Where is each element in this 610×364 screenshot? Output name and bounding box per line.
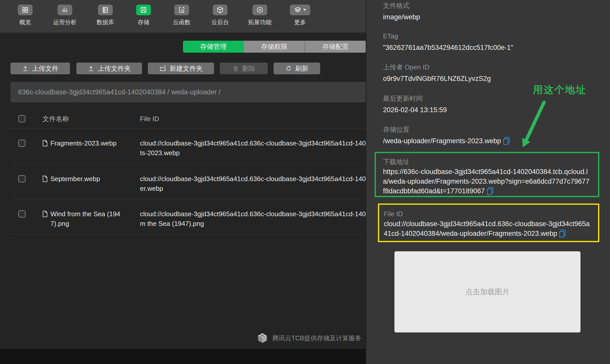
- footer-text: 腾讯云TCB提供存储及计算服务: [272, 334, 361, 342]
- upload-icon: [88, 65, 94, 72]
- row-checkbox[interactable]: [18, 210, 25, 217]
- nav-item-extensions[interactable]: 拓展功能: [242, 5, 278, 26]
- breadcrumb[interactable]: 636c-cloudbase-3gjd34ct965a41cd-14020403…: [10, 82, 366, 102]
- etag-section: ETag "36262761aa7b534294612dcc517fc00e-1…: [383, 31, 597, 53]
- refresh-icon: [285, 65, 292, 72]
- uploader-openid-section: 上传者 Open ID o9r9v7TdvlNGbR76LNZ6ZLyvzS2g: [383, 62, 597, 84]
- storage-location-section: 存储位置 /weda-uploader/Fragments-2023.webp: [383, 124, 597, 146]
- footer: 腾讯云TCB提供存储及计算服务: [257, 332, 361, 344]
- new-folder-label: 新建文件夹: [170, 64, 203, 73]
- upload-folder-button[interactable]: 上传文件夹: [76, 63, 142, 74]
- cube-icon: [213, 5, 228, 15]
- file-name: September.webp: [50, 174, 125, 184]
- file-name: Wind from the Sea (1947).png: [50, 209, 125, 228]
- load-image-text: 点击加载图片: [465, 287, 510, 297]
- image-preview-placeholder[interactable]: 点击加载图片: [394, 251, 580, 332]
- download-url-highlight-box: 下载地址 https://636c-cloudbase-3gjd34ct965a…: [375, 152, 599, 197]
- nav-label: 更多: [294, 18, 306, 26]
- tab-storage-config[interactable]: 存储配置: [305, 41, 366, 53]
- uploader-openid-label: 上传者 Open ID: [383, 62, 597, 72]
- storage-location-text: /weda-uploader/Fragments-2023.webp: [383, 137, 501, 145]
- column-header-name: 文件名称: [42, 109, 69, 128]
- copy-icon[interactable]: [503, 137, 510, 145]
- breadcrumb-path: 636c-cloudbase-3gjd34ct965a41cd-14020403…: [18, 88, 221, 96]
- nav-label: 概览: [19, 18, 31, 26]
- file-name-cell[interactable]: Fragments-2023.webp: [42, 138, 126, 148]
- delete-button[interactable]: 删除: [220, 63, 268, 74]
- table-row[interactable]: Fragments-2023.webp cloud://cloudbase-3g…: [10, 128, 366, 164]
- file-name-cell[interactable]: Wind from the Sea (1947).png: [42, 209, 126, 228]
- tab-storage-permissions[interactable]: 存储权限: [244, 41, 305, 53]
- file-id-value: cloud://cloudbase-3gjd34ct965a41cd.636c-…: [384, 219, 593, 238]
- storage-location-label: 存储位置: [383, 124, 597, 135]
- svg-text:fx: fx: [181, 8, 184, 12]
- row-checkbox[interactable]: [18, 140, 25, 147]
- extension-hexagon-plus-icon: [252, 5, 267, 15]
- file-format-label: 文件格式: [383, 1, 597, 11]
- overview-grid-icon: [18, 5, 33, 15]
- file-name: Fragments-2023.webp: [50, 138, 125, 148]
- upload-file-label: 上传文件: [32, 64, 59, 73]
- nav-label: 运营分析: [53, 18, 77, 26]
- bar-chart-icon: [58, 5, 72, 15]
- chevron-down-icon: [303, 9, 306, 11]
- nav-item-cloud-functions[interactable]: fx 云函数: [164, 5, 200, 26]
- bottom-strip: [0, 349, 366, 364]
- table-row[interactable]: September.webp cloud://cloudbase-3gjd34c…: [10, 164, 366, 199]
- nav-item-overview[interactable]: 概览: [7, 5, 43, 26]
- file-name-cell[interactable]: September.webp: [42, 174, 126, 184]
- nav-item-storage[interactable]: 存储: [126, 5, 161, 26]
- nav-item-database[interactable]: 数据库: [88, 5, 123, 26]
- nav-label: 数据库: [97, 18, 114, 26]
- new-folder-button[interactable]: 新建文件夹: [148, 63, 214, 74]
- select-all-checkbox[interactable]: [18, 115, 25, 122]
- copy-icon[interactable]: [559, 229, 566, 238]
- row-checkbox[interactable]: [18, 175, 25, 182]
- tab-storage-management[interactable]: 存储管理: [183, 41, 244, 53]
- copy-icon[interactable]: [486, 187, 494, 195]
- column-header-file-id: File ID: [140, 109, 159, 128]
- download-url-label: 下载地址: [383, 157, 591, 167]
- file-detail-panel: 文件格式 image/webp ETag "36262761aa7b534294…: [366, 0, 610, 364]
- annotation-arrow-icon: [512, 100, 555, 156]
- file-id-label: File ID: [384, 209, 593, 219]
- delete-label: 删除: [242, 64, 256, 73]
- download-url-value: https://636c-cloudbase-3gjd34ct965a41cd-…: [383, 167, 591, 196]
- etag-label: ETag: [383, 31, 597, 41]
- nav-item-analytics[interactable]: 运营分析: [47, 5, 83, 26]
- layers-icon: [290, 5, 310, 15]
- tcb-cube-logo: [257, 332, 268, 344]
- refresh-label: 刷新: [295, 64, 308, 73]
- file-icon: [42, 140, 48, 147]
- cloudbase-storage-console: 概览 运营分析 数据库: [0, 0, 610, 364]
- storage-location-value: /weda-uploader/Fragments-2023.webp: [383, 136, 597, 146]
- table-row[interactable]: Wind from the Sea (1947).png cloud://clo…: [10, 199, 366, 235]
- refresh-button[interactable]: 刷新: [274, 63, 320, 74]
- file-icon: [42, 211, 48, 217]
- uploader-openid-value: o9r9v7TdvlNGbR76LNZ6ZLyvzS2g: [383, 74, 597, 84]
- nav-item-more[interactable]: 更多: [282, 5, 318, 26]
- last-updated-value: 2026-02-04 13:15:59: [383, 105, 597, 115]
- nav-label: 云函数: [173, 18, 191, 26]
- nav-item-cloud-backend[interactable]: 云后台: [202, 5, 238, 26]
- annotation-use-this-address: 用这个地址: [533, 83, 586, 97]
- etag-value: "36262761aa7b534294612dcc517fc00e-1": [383, 42, 597, 53]
- upload-file-button[interactable]: 上传文件: [10, 63, 70, 74]
- nav-label: 拓展功能: [248, 18, 272, 26]
- file-format-value: image/webp: [383, 12, 597, 22]
- nav-label: 存储: [138, 18, 149, 26]
- trash-icon: [232, 65, 239, 72]
- new-folder-icon: [159, 65, 166, 72]
- nav-label: 云后台: [211, 18, 229, 26]
- table-header: 文件名称 File ID: [10, 109, 366, 129]
- function-fx-icon: fx: [174, 5, 189, 15]
- database-icon: [98, 5, 113, 15]
- upload-folder-label: 上传文件夹: [98, 64, 131, 73]
- storage-disk-icon: [136, 5, 151, 15]
- file-icon: [42, 176, 48, 182]
- file-format-section: 文件格式 image/webp: [383, 1, 597, 22]
- upload-icon: [22, 65, 29, 72]
- storage-tabs: 存储管理 存储权限 存储配置: [183, 41, 366, 53]
- file-id-highlight-box: File ID cloud://cloudbase-3gjd34ct965a41…: [378, 203, 599, 242]
